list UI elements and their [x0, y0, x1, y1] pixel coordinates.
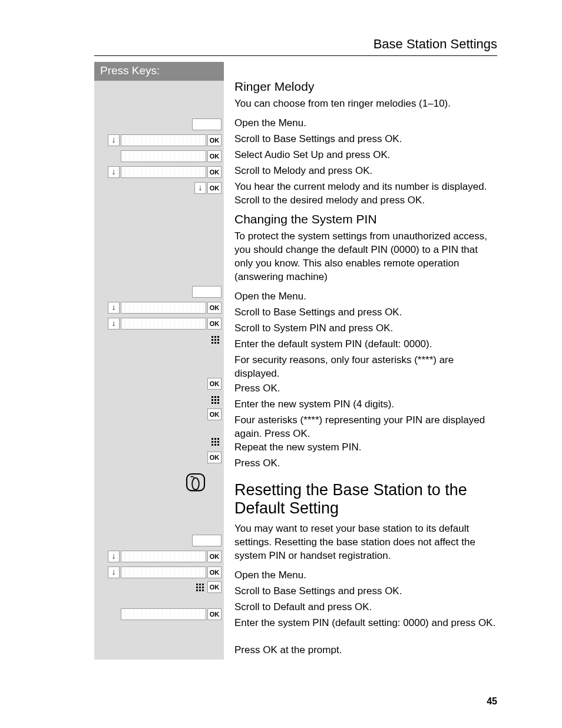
- ok-key: OK: [207, 409, 222, 420]
- sidebar-header: Press Keys:: [94, 62, 224, 81]
- step: Press OK at the prompt.: [234, 644, 342, 657]
- display-bar: [121, 150, 206, 162]
- key-block-ringer: ↓ OK OK ↓ OK ↓ OK: [94, 81, 224, 196]
- arrow-down-icon: ↓: [108, 166, 120, 178]
- step: Open the Menu.: [234, 569, 306, 582]
- display-bar: [121, 551, 206, 562]
- menu-key: [192, 535, 222, 546]
- heading-reset: Resetting the Base Station to the Defaul…: [234, 481, 497, 518]
- display-bar: [121, 318, 206, 330]
- arrow-down-icon: ↓: [108, 134, 120, 146]
- step: You hear the current melody and its numb…: [234, 180, 497, 207]
- page-number: 45: [487, 696, 497, 707]
- step: For security reasons, only four asterisk…: [234, 354, 497, 381]
- heading-pin: Changing the System PIN: [234, 212, 497, 226]
- step: Press OK.: [234, 382, 280, 396]
- intro-ringer: You can choose from ten ringer melodies …: [234, 97, 497, 111]
- ok-key: OK: [207, 566, 222, 578]
- step: Four asterisks (****) representing your …: [234, 414, 497, 441]
- ok-key: OK: [207, 551, 222, 562]
- step: Open the Menu.: [234, 117, 306, 130]
- ok-key: OK: [207, 166, 222, 178]
- step: Scroll to Melody and press OK.: [234, 164, 372, 178]
- instruction-text: Ringer Melody You can choose from ten ri…: [234, 62, 497, 660]
- ok-key: OK: [207, 318, 222, 330]
- key-block-reset: ↓ OK ↓ OK OK OK: [94, 465, 224, 630]
- ok-key: OK: [207, 150, 222, 162]
- arrow-down-icon: ↓: [108, 318, 120, 330]
- keypad-icon: [210, 394, 222, 406]
- ok-key: OK: [207, 378, 222, 390]
- svg-rect-9: [187, 474, 204, 490]
- keypad-icon: [194, 581, 206, 593]
- step: Scroll to Base Settings and press OK.: [234, 585, 402, 598]
- menu-key: [192, 118, 222, 130]
- display-bar: [121, 608, 206, 620]
- step: Enter the system PIN (default setting: 0…: [234, 617, 495, 630]
- key-block-pin: ↓ OK ↓ OK OK OK: [94, 196, 224, 465]
- intro-reset: You may want to reset your base station …: [234, 522, 497, 563]
- ok-key: OK: [207, 182, 222, 194]
- step: Press OK.: [234, 457, 280, 470]
- keypad-icon: [210, 436, 222, 447]
- step: Scroll to Base Settings and press OK.: [234, 306, 402, 319]
- step: Scroll to System PIN and press OK.: [234, 322, 393, 335]
- arrow-down-icon: ↓: [108, 566, 120, 578]
- handset-icon: [184, 471, 207, 497]
- step: Enter the default system PIN (default: 0…: [234, 338, 432, 351]
- ok-key: OK: [207, 134, 222, 146]
- intro-pin: To protect the system settings from unau…: [234, 230, 497, 284]
- ok-key: OK: [207, 608, 222, 620]
- arrow-down-icon: ↓: [108, 302, 120, 314]
- display-bar: [121, 166, 206, 178]
- display-bar: [121, 302, 206, 314]
- heading-ringer: Ringer Melody: [234, 80, 497, 94]
- header-rule: [94, 55, 497, 56]
- arrow-down-icon: ↓: [194, 182, 206, 194]
- step: Open the Menu.: [234, 290, 306, 304]
- page-header: Base Station Settings: [94, 37, 497, 52]
- step: Scroll to Base Settings and press OK.: [234, 133, 402, 146]
- step: Scroll to Default and press OK.: [234, 601, 372, 614]
- menu-key: [192, 286, 222, 298]
- step: Select Audio Set Up and press OK.: [234, 149, 391, 162]
- step: Repeat the new system PIN.: [234, 441, 361, 454]
- step: Enter the new system PIN (4 digits).: [234, 398, 394, 411]
- display-bar: [121, 566, 206, 578]
- display-bar: [121, 134, 206, 146]
- ok-key: OK: [207, 302, 222, 314]
- keypad-icon: [210, 334, 222, 345]
- ok-key: OK: [207, 452, 222, 463]
- ok-key: OK: [207, 581, 222, 593]
- press-keys-sidebar: Press Keys: ↓ OK OK ↓ OK: [94, 62, 224, 660]
- arrow-down-icon: ↓: [108, 551, 120, 562]
